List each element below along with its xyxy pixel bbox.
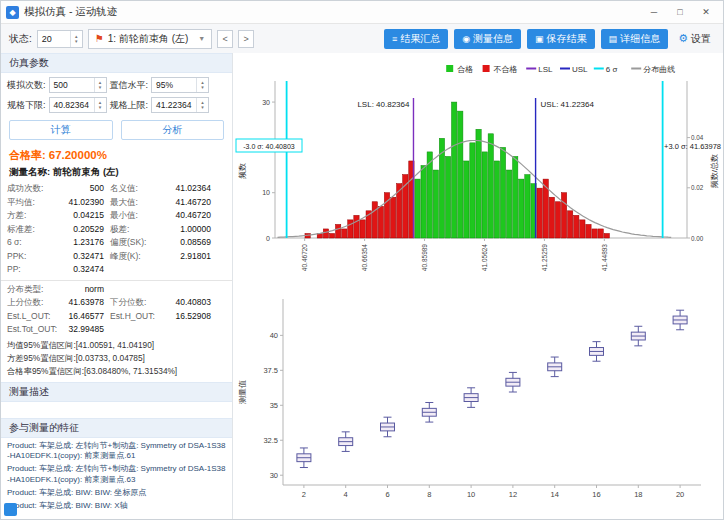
svg-text:16: 16: [592, 490, 600, 499]
trend-chart: 3032.53537.5402468101214161820测量值: [233, 289, 724, 519]
stepper-arrows-icon[interactable]: ▴▾: [196, 78, 208, 92]
sim-params-row-1: 模拟次数: 500▴▾ 置信水平: 95%▴▾: [1, 73, 232, 93]
save-icon: ▣: [535, 34, 544, 44]
measure-name-label: 测量名称:: [9, 166, 50, 177]
measure-name-value: 前轮前束角 (左): [53, 166, 119, 177]
svg-text:-3.0 σ: 40.40803: -3.0 σ: 40.40803: [243, 143, 295, 150]
calculate-button[interactable]: 计算: [9, 120, 113, 140]
svg-text:14: 14: [551, 490, 559, 499]
maximize-button[interactable]: □: [667, 2, 693, 22]
svg-text:分布曲线: 分布曲线: [643, 65, 675, 74]
svg-text:0.02: 0.02: [691, 184, 704, 191]
status-stepper[interactable]: 20 ▴▾: [37, 30, 83, 48]
confidence-input[interactable]: 95%▴▾: [151, 77, 209, 93]
sim-count-input[interactable]: 500▴▾: [49, 77, 107, 93]
next-measurement-button[interactable]: >: [238, 30, 254, 48]
stat-label: 下分位数:: [110, 296, 162, 310]
svg-text:LSL: LSL: [538, 65, 553, 74]
settings-label: 设置: [691, 32, 711, 46]
spec-lower-value: 40.82364: [50, 98, 94, 112]
stat-label: Est.H_OUT:: [110, 310, 162, 324]
stat-label: 方差:: [7, 209, 54, 223]
measurement-info-button[interactable]: ◉测量信息: [454, 29, 521, 49]
stat-value: 1.00000: [162, 223, 217, 237]
svg-text:18: 18: [634, 490, 642, 499]
stat-label: 上分位数:: [7, 296, 54, 310]
settings-button[interactable]: ⚙设置: [674, 29, 715, 49]
stat-label: 极差:: [110, 223, 162, 237]
measurement-info-label: 测量信息: [473, 32, 513, 46]
ci-line: 均值95%置信区间:[41.00591, 41.04190]: [7, 339, 226, 352]
detail-info-button[interactable]: ▤详细信息: [601, 29, 669, 49]
stat-value: [162, 323, 217, 337]
features-list: Product: 车架总成: 左转向节+制动盘: Symmetry of DSA…: [1, 438, 232, 518]
stats-grid: 成功次数:500名义值:41.02364 平均值:41.02390最大值:41.…: [1, 182, 232, 277]
stat-label: PP:: [7, 263, 54, 277]
feature-item: Product: 车架总成: 左转向节+制动盘: Symmetry of DSA…: [7, 464, 226, 485]
save-results-button[interactable]: ▣保存结果: [527, 29, 595, 49]
stepper-arrows-icon[interactable]: ▴▾: [94, 98, 106, 112]
result-summary-button[interactable]: ≡结果汇总: [384, 29, 448, 49]
result-summary-label: 结果汇总: [400, 32, 440, 46]
stat-label: [110, 323, 162, 337]
status-label: 状态:: [9, 32, 32, 46]
corner-button[interactable]: [4, 503, 17, 516]
svg-text:40.85989: 40.85989: [421, 244, 428, 271]
stat-label: 标准差:: [7, 223, 54, 237]
measure-name: 测量名称: 前轮前束角 (左): [1, 164, 232, 182]
spec-lower-label: 规格下限:: [7, 99, 46, 112]
svg-text:测量值: 测量值: [238, 380, 247, 404]
svg-text:USL: USL: [572, 65, 588, 74]
svg-text:12: 12: [509, 490, 517, 499]
measurement-select[interactable]: ⚑ 1: 前轮前束角 (左) ▼: [88, 29, 212, 49]
stat-value: [162, 283, 217, 297]
stat-label: 分布类型:: [7, 283, 54, 297]
minimize-button[interactable]: ─: [641, 2, 667, 22]
app-window: ◆ 模拟仿真 - 运动轨迹 ─ □ ✕ 状态: 20 ▴▾ ⚑ 1: 前轮前束角…: [0, 0, 724, 520]
svg-text:4: 4: [344, 490, 348, 499]
stat-value: 0.20529: [54, 223, 110, 237]
stat-value: 2.91801: [162, 250, 217, 264]
svg-text:频数: 频数: [238, 163, 247, 179]
window-title: 模拟仿真 - 运动轨迹: [24, 5, 117, 19]
stepper-arrows-icon[interactable]: ▴▾: [94, 78, 106, 92]
close-button[interactable]: ✕: [693, 2, 719, 22]
stat-label: 偏度(SK):: [110, 236, 162, 250]
spec-upper-label: 规格上限:: [110, 99, 149, 112]
window-controls: ─ □ ✕: [641, 2, 719, 22]
svg-text:10: 10: [262, 189, 270, 196]
stat-label: 6 σ:: [7, 236, 54, 250]
stat-value: 32.99485: [54, 323, 110, 337]
measurement-flag-icon: ⚑: [95, 33, 104, 44]
stat-value: 1.23176: [54, 236, 110, 250]
detail-info-label: 详细信息: [620, 32, 660, 46]
stat-value: 40.46720: [162, 209, 217, 223]
sidebar: 仿真参数 模拟次数: 500▴▾ 置信水平: 95%▴▾ 规格下限: 40.82…: [1, 53, 233, 519]
svg-text:6: 6: [385, 490, 389, 499]
svg-text:30: 30: [262, 99, 270, 106]
stat-label: [110, 283, 162, 297]
info-icon: ◉: [462, 34, 470, 44]
stepper-arrows-icon[interactable]: ▴▾: [196, 98, 208, 112]
stat-label: Est.Tot_OUT:: [7, 323, 54, 337]
stat-label: Est.L_OUT:: [7, 310, 54, 324]
stat-value: [162, 263, 217, 277]
sim-count-label: 模拟次数:: [7, 79, 46, 92]
spec-upper-input[interactable]: 41.22364▴▾: [151, 97, 209, 113]
spec-lower-input[interactable]: 40.82364▴▾: [49, 97, 107, 113]
analyze-button[interactable]: 分析: [121, 120, 225, 140]
charts-area: 01020300.000.020.04LSL: 40.82364USL: 41.…: [233, 53, 723, 519]
svg-text:0: 0: [266, 235, 270, 242]
prev-measurement-button[interactable]: <: [217, 30, 233, 48]
stat-value: 41.02364: [162, 182, 217, 196]
stat-label: 名义值:: [110, 182, 162, 196]
svg-text:+3.0 σ: 41.63978: +3.0 σ: 41.63978: [664, 142, 721, 151]
stat-label: 平均值:: [7, 196, 54, 210]
sim-params-header: 仿真参数: [1, 53, 232, 73]
svg-text:20: 20: [676, 490, 684, 499]
histogram-chart: 01020300.000.020.04LSL: 40.82364USL: 41.…: [233, 53, 724, 289]
stepper-arrows-icon[interactable]: ▴▾: [70, 31, 82, 47]
toolbar-actions: ≡结果汇总 ◉测量信息 ▣保存结果 ▤详细信息 ⚙设置: [384, 29, 715, 49]
svg-text:40: 40: [270, 331, 278, 340]
confidence-label: 置信水平:: [110, 79, 149, 92]
